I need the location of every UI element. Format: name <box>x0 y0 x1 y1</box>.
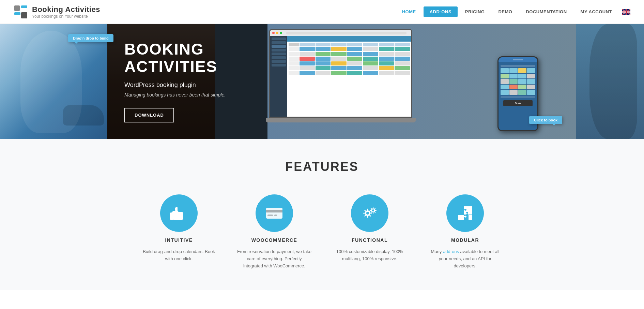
intuitive-desc: Build drag-and-drop calendars. Book with… <box>141 248 216 263</box>
logo-area: Booking Activities Your bookings on Your… <box>14 5 396 19</box>
hero-plugin-label: WordPress booking plugin <box>124 82 250 89</box>
download-button[interactable]: DOWNLOAD <box>124 108 174 122</box>
click-to-book-tooltip: Click to book <box>529 116 562 124</box>
cal-row-6 <box>289 71 410 75</box>
cal-row-5 <box>289 66 410 70</box>
logo-subtitle: Your bookings on Your website <box>32 14 100 19</box>
modular-label: MODULAR <box>451 237 479 243</box>
woocommerce-icon <box>256 194 293 232</box>
features-title: FEATURES <box>14 160 630 174</box>
svg-rect-9 <box>274 215 277 216</box>
hero-section: BOOKING ACTIVITIES WordPress booking plu… <box>0 24 644 139</box>
helicopter-shape <box>63 105 104 126</box>
intuitive-label: INTUITIVE <box>165 237 193 243</box>
cal-header <box>289 43 410 46</box>
phone-cal-row-5 <box>501 90 535 95</box>
screen-body <box>270 36 411 117</box>
feature-functional: FUNCTIONAL 100% customizable display, 10… <box>332 194 407 269</box>
svg-rect-8 <box>267 215 273 216</box>
dot-green <box>280 32 282 34</box>
svg-rect-1 <box>21 5 27 8</box>
phone-content: Book <box>499 62 537 109</box>
screen-main <box>287 36 411 117</box>
screen-header-bar <box>270 30 411 36</box>
cal-row-3 <box>289 57 410 61</box>
dot-red <box>272 32 275 34</box>
feature-modular: MODULAR Many add-ons available to meet a… <box>428 194 503 269</box>
logo-title: Booking Activities <box>32 5 100 14</box>
nav-pricing[interactable]: PRICING <box>459 6 491 17</box>
functional-icon <box>351 194 388 232</box>
screen-sidebar <box>270 36 287 117</box>
nav-demo[interactable]: DEMO <box>492 6 518 17</box>
woocommerce-desc: From reservation to payment, we take car… <box>237 248 312 269</box>
dot-yellow <box>276 32 278 34</box>
nav-home[interactable]: HOME <box>396 6 422 17</box>
calendar-grid <box>287 42 411 77</box>
svg-point-13 <box>372 209 374 211</box>
hero-tagline: Managing bookings has never been that si… <box>124 92 250 98</box>
nav-addons[interactable]: ADD-ONS <box>424 6 458 17</box>
svg-rect-7 <box>266 210 282 212</box>
feature-woocommerce: WOOCOMMERCE From reservation to payment,… <box>237 194 312 269</box>
logo-text-wrap: Booking Activities Your bookings on Your… <box>32 5 100 19</box>
address-bar <box>286 32 407 34</box>
modular-desc: Many add-ons available to meet all your … <box>428 248 503 269</box>
language-flag-icon[interactable] <box>622 9 630 15</box>
main-nav: HOME ADD-ONS PRICING DEMO DOCUMENTATION … <box>396 6 630 17</box>
functional-desc: 100% customizable display, 100% multilan… <box>332 248 407 263</box>
laptop-screen <box>269 29 412 118</box>
modular-icon <box>446 194 484 232</box>
woocommerce-label: WOOCOMMERCE <box>251 237 297 243</box>
svg-point-11 <box>366 212 369 215</box>
functional-label: FUNCTIONAL <box>352 237 388 243</box>
hero-right-person-shape <box>589 24 637 139</box>
cal-row-2 <box>289 52 410 56</box>
header: Booking Activities Your bookings on Your… <box>0 0 644 24</box>
addons-link[interactable]: add-ons <box>443 249 459 254</box>
nav-documentation[interactable]: DOCUMENTATION <box>520 6 573 17</box>
intuitive-icon <box>160 194 198 232</box>
cal-row-1 <box>289 47 410 51</box>
features-grid: INTUITIVE Build drag-and-drop calendars.… <box>14 194 630 269</box>
nav-myaccount[interactable]: MY ACCOUNT <box>574 6 618 17</box>
hero-far-right-bg <box>576 24 644 139</box>
phone-cal-row-4 <box>501 85 535 89</box>
phone-cal-row-3 <box>501 79 535 84</box>
cal-row-4 <box>289 61 410 65</box>
svg-rect-6 <box>266 208 282 219</box>
svg-rect-0 <box>14 5 20 11</box>
hero-center-content: BOOKING ACTIVITIES WordPress booking plu… <box>107 24 267 139</box>
hero-main-title: BOOKING ACTIVITIES <box>124 41 250 75</box>
laptop-mockup <box>269 29 426 131</box>
svg-rect-3 <box>21 12 27 18</box>
svg-rect-2 <box>14 12 20 15</box>
feature-intuitive: INTUITIVE Build drag-and-drop calendars.… <box>141 194 216 269</box>
features-section: FEATURES INTUITIVE Build drag-and-drop c… <box>0 139 644 290</box>
phone-cal-row-2 <box>501 74 535 78</box>
laptop-screen-content <box>270 30 411 117</box>
phone-book-button[interactable]: Book <box>503 100 533 106</box>
svg-rect-5 <box>170 212 173 220</box>
drag-drop-tooltip: Drag'n drop to build <box>68 34 113 42</box>
phone-cal-row-1 <box>501 68 535 73</box>
screen-toolbar <box>287 36 411 42</box>
logo-icon <box>14 5 28 19</box>
laptop-base <box>266 118 416 122</box>
